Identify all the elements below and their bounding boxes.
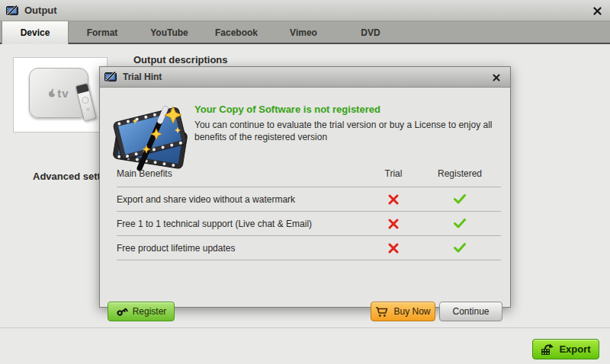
film-magic-wand-icon [111,98,191,174]
output-descriptions-label: Output descriptions [133,54,228,65]
benefits-table: Main Benefits Trial Registered Export an… [117,164,501,260]
export-button[interactable]: Export [532,339,599,359]
cross-icon [388,212,399,235]
window-close-icon[interactable] [590,5,604,17]
table-row: Free 1 to 1 technical support (Live chat… [117,212,501,236]
apple-logo-icon [48,88,56,97]
continue-button[interactable]: Continue [439,302,502,321]
benefit-label: Export and share video without a waterma… [117,194,295,205]
benefits-header-row: Main Benefits Trial Registered [117,164,501,187]
trial-description-text: You can continue to evaluate the trial v… [194,119,509,143]
tab-dvd[interactable]: DVD [337,21,404,44]
dialog-title: Trial Hint [123,67,162,88]
tab-vimeo[interactable]: Vimeo [270,21,337,44]
cross-icon [388,236,399,260]
app-film-pen-icon [6,5,18,17]
check-icon [454,236,466,260]
benefit-label: Free 1 to 1 technical support (Live chat… [117,219,312,229]
export-film-icon [541,343,554,356]
apple-tv-label: tv [48,87,69,100]
window-titlebar: Output [0,0,610,21]
footer-divider [0,327,610,328]
device-thumbnail[interactable]: tv [13,57,108,133]
main-benefits-header: Main Benefits [117,168,172,179]
trial-hint-dialog: Trial Hint [99,66,511,308]
register-button[interactable]: Register [108,302,175,321]
window-title: Output [24,0,57,21]
trial-header: Trial [385,164,403,184]
not-registered-heading: Your Copy of Software is not registered [194,104,380,115]
cart-icon [375,306,389,318]
tab-facebook[interactable]: Facebook [203,21,270,44]
tab-format[interactable]: Format [69,21,136,44]
tab-device[interactable]: Device [2,21,69,44]
tab-bar: Device Format YouTube Facebook Vimeo DVD [0,21,610,44]
cross-icon [388,187,399,211]
dialog-body: Your Copy of Software is not registered … [100,88,510,307]
table-row: Free product lifetime updates [117,236,501,260]
registered-header: Registered [438,164,482,184]
check-icon [454,187,466,211]
table-row: Export and share video without a waterma… [117,187,501,212]
dialog-close-icon[interactable] [490,72,502,83]
app-film-pen-icon [104,71,117,83]
check-icon [454,212,466,235]
key-icon [116,305,128,318]
dialog-button-row: Register Buy Now Continue [100,302,510,321]
benefit-label: Free product lifetime updates [117,243,235,254]
buy-now-button[interactable]: Buy Now [371,302,435,321]
dialog-titlebar: Trial Hint [100,67,510,88]
tab-youtube[interactable]: YouTube [136,21,203,44]
